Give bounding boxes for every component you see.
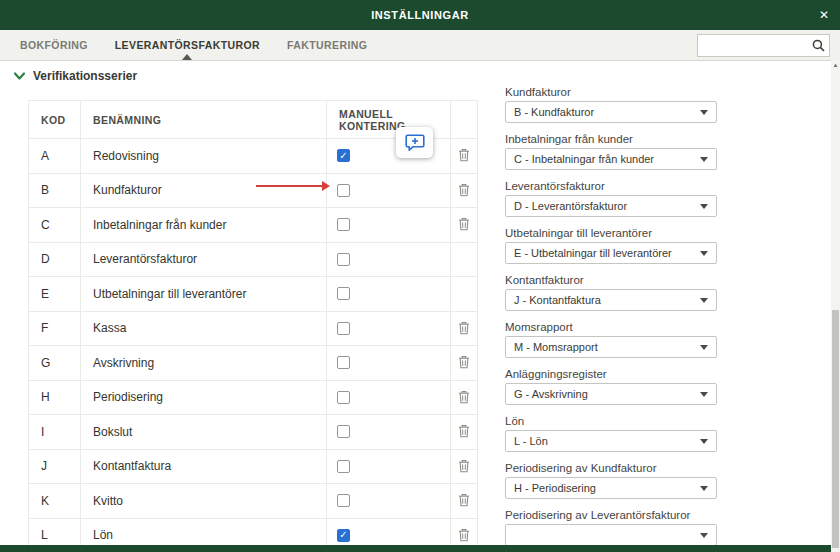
settings-modal: INSTÄLLNINGAR ✕ BOKFÖRING LEVERANTÖRSFAK… <box>0 0 840 552</box>
dropdown-group: Inbetalningar från kunder C - Inbetalnin… <box>505 133 717 180</box>
trash-icon <box>458 183 470 197</box>
manuell-kontering-checkbox[interactable] <box>337 356 350 369</box>
dropdown-group: Periodisering av Kundfakturor H - Period… <box>505 462 717 509</box>
section-verifikationsserier-toggle[interactable]: Verifikationsserier <box>14 69 137 83</box>
comment-plus-icon <box>405 134 425 152</box>
chevron-down-icon <box>700 345 708 350</box>
scrollbar-thumb[interactable] <box>832 310 839 548</box>
cell-kod: E <box>29 277 81 312</box>
cell-benamning: Kontantfaktura <box>81 449 327 484</box>
tab-label: LEVERANTÖRSFAKTUROR <box>115 39 260 51</box>
table-row: F Kassa <box>29 311 478 346</box>
tab-label: FAKTURERING <box>287 39 367 51</box>
trash-icon <box>458 528 470 542</box>
cell-benamning: Bokslut <box>81 415 327 450</box>
bottom-bar <box>0 545 831 552</box>
cell-benamning: Kassa <box>81 311 327 346</box>
chevron-down-icon <box>700 533 708 538</box>
manuell-kontering-checkbox[interactable] <box>337 218 350 231</box>
table-row: I Bokslut <box>29 415 478 450</box>
search-input[interactable] <box>698 40 807 52</box>
vertical-scrollbar[interactable]: ▲ <box>831 60 840 552</box>
tab-bar-tabs: BOKFÖRING LEVERANTÖRSFAKTUROR FAKTURERIN… <box>20 30 394 60</box>
series-dropdown[interactable]: L - Lön <box>505 430 717 452</box>
series-dropdown[interactable]: B - Kundfakturor <box>505 101 717 123</box>
delete-row-button[interactable] <box>456 388 472 406</box>
dropdown-selected-value: M - Momsrapport <box>514 341 598 353</box>
series-table: KOD BENÄMNING MANUELL KONTERING A Redovi… <box>28 100 478 552</box>
delete-row-button[interactable] <box>456 526 472 544</box>
table-row: B Kundfakturor <box>29 173 478 208</box>
delete-row-button[interactable] <box>456 353 472 371</box>
dropdown-group: Leverantörsfakturor D - Leverantörsfaktu… <box>505 180 717 227</box>
table-row: J Kontantfaktura <box>29 449 478 484</box>
table-row: G Avskrivning <box>29 346 478 381</box>
manuell-kontering-checkbox[interactable] <box>337 322 350 335</box>
delete-row-button[interactable] <box>456 181 472 199</box>
active-tab-notch-icon <box>182 54 192 60</box>
cell-kod: B <box>29 173 81 208</box>
delete-row-button[interactable] <box>456 215 472 233</box>
manuell-kontering-checkbox[interactable] <box>337 184 350 197</box>
manuell-kontering-checkbox[interactable]: ✓ <box>337 529 350 542</box>
chevron-down-icon <box>14 72 25 80</box>
delete-row-button[interactable] <box>456 146 472 164</box>
series-dropdown[interactable]: M - Momsrapport <box>505 336 717 358</box>
manuell-kontering-checkbox[interactable]: ✓ <box>337 149 350 162</box>
cell-kod: J <box>29 449 81 484</box>
delete-row-button[interactable] <box>456 491 472 509</box>
cell-kod: K <box>29 484 81 519</box>
close-button[interactable]: ✕ <box>819 0 829 30</box>
manuell-kontering-checkbox[interactable] <box>337 494 350 507</box>
add-comment-button[interactable] <box>396 127 433 158</box>
dropdown-label: Kundfakturor <box>505 86 717 98</box>
dropdown-selected-value: B - Kundfakturor <box>514 106 594 118</box>
dropdown-label: Anläggningsregister <box>505 368 717 380</box>
dropdown-label: Momsrapport <box>505 321 717 333</box>
cell-kod: A <box>29 139 81 174</box>
trash-icon <box>458 321 470 335</box>
dropdown-group: Kontantfakturor J - Kontantfaktura <box>505 274 717 321</box>
cell-kod: G <box>29 346 81 381</box>
cell-benamning: Leverantörsfakturor <box>81 242 327 277</box>
dropdown-group: Kundfakturor B - Kundfakturor <box>505 86 717 133</box>
tab-fakturering[interactable]: FAKTURERING <box>287 30 367 60</box>
trash-icon <box>458 424 470 438</box>
delete-row-button[interactable] <box>456 422 472 440</box>
manuell-kontering-checkbox[interactable] <box>337 253 350 266</box>
series-dropdown[interactable]: C - Inbetalningar från kunder <box>505 148 717 170</box>
trash-icon <box>458 148 470 162</box>
manuell-kontering-checkbox[interactable] <box>337 460 350 473</box>
chevron-down-icon <box>700 439 708 444</box>
manuell-kontering-checkbox[interactable] <box>337 287 350 300</box>
tab-bokf-ring[interactable]: BOKFÖRING <box>20 30 88 60</box>
dropdown-selected-value: E - Utbetalningar till leverantörer <box>514 247 672 259</box>
manuell-kontering-checkbox[interactable] <box>337 425 350 438</box>
page-title: INSTÄLLNINGAR <box>371 9 469 21</box>
dropdown-group: Momsrapport M - Momsrapport <box>505 321 717 368</box>
dropdown-selected-value: J - Kontantfaktura <box>514 294 601 306</box>
series-dropdown[interactable]: E - Utbetalningar till leverantörer <box>505 242 717 264</box>
series-dropdown[interactable]: J - Kontantfaktura <box>505 289 717 311</box>
series-dropdown[interactable]: D - Leverantörsfakturor <box>505 195 717 217</box>
trash-icon <box>458 390 470 404</box>
dropdown-group: Anläggningsregister G - Avskrivning <box>505 368 717 415</box>
series-dropdown[interactable]: G - Avskrivning <box>505 383 717 405</box>
series-dropdown[interactable]: H - Periodisering <box>505 477 717 499</box>
tab-label: BOKFÖRING <box>20 39 88 51</box>
series-dropdown[interactable] <box>505 524 717 546</box>
chevron-down-icon <box>700 392 708 397</box>
manuell-kontering-checkbox[interactable] <box>337 391 350 404</box>
dropdown-group: Lön L - Lön <box>505 415 717 462</box>
tab-leverant-rsfakturor[interactable]: LEVERANTÖRSFAKTUROR <box>115 30 260 60</box>
dropdown-group: Utbetalningar till leverantörer E - Utbe… <box>505 227 717 274</box>
delete-row-button[interactable] <box>456 457 472 475</box>
cell-benamning: Kvitto <box>81 484 327 519</box>
cell-benamning: Redovisning <box>81 139 327 174</box>
scroll-up-icon[interactable]: ▲ <box>831 62 840 68</box>
delete-row-button[interactable] <box>456 319 472 337</box>
check-icon: ✓ <box>339 151 347 161</box>
cell-kod: F <box>29 311 81 346</box>
check-icon: ✓ <box>339 530 347 540</box>
search-icon[interactable] <box>807 39 829 52</box>
